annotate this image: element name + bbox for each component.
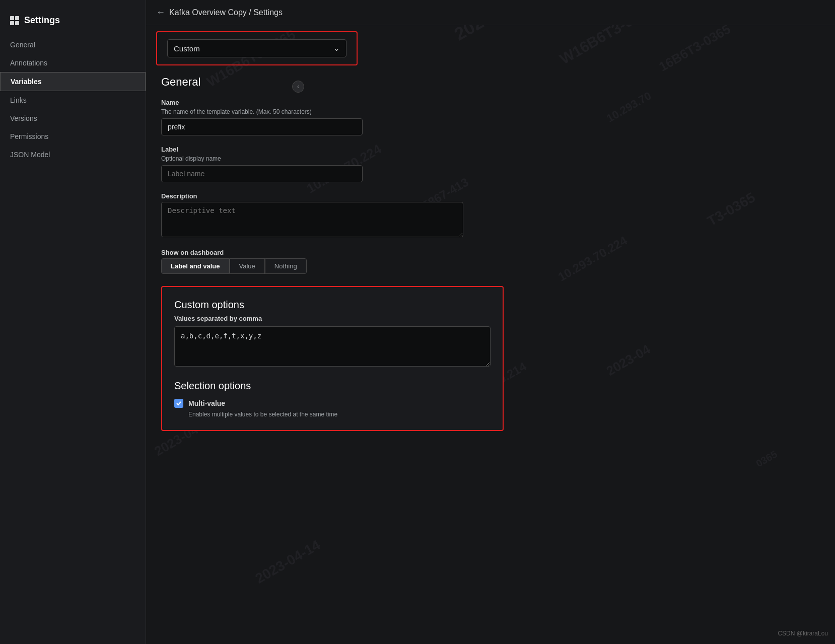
sidebar-item-versions[interactable]: Versions <box>0 109 146 127</box>
header-bar: ← Kafka Overview Copy / Settings <box>146 0 835 25</box>
chevron-down-icon: ⌄ <box>333 44 340 53</box>
show-on-dashboard-toggle-group: Label and value Value Nothing <box>161 258 820 274</box>
custom-options-textarea[interactable]: a,b,c,d,e,f,t,x,y,z <box>174 326 491 367</box>
description-field-label: Description <box>161 192 820 200</box>
general-section: General Name The name of the template va… <box>146 65 835 441</box>
multi-value-checkbox[interactable] <box>174 399 183 408</box>
label-field-group: Label Optional display name <box>161 146 820 182</box>
collapse-sidebar-button[interactable]: ‹ <box>292 81 304 93</box>
grid-icon <box>10 16 19 25</box>
show-on-dashboard-label: Show on dashboard <box>161 249 820 256</box>
multi-value-hint: Enables multiple values to be selected a… <box>188 411 491 418</box>
name-input[interactable] <box>161 118 363 135</box>
label-input[interactable] <box>161 165 363 182</box>
show-on-dashboard-group: Show on dashboard Label and value Value … <box>161 249 820 274</box>
general-section-title: General <box>161 76 820 89</box>
toggle-label-and-value[interactable]: Label and value <box>161 258 230 274</box>
sidebar-item-links[interactable]: Links <box>0 91 146 109</box>
toggle-value[interactable]: Value <box>230 258 265 274</box>
chevron-left-icon: ‹ <box>297 83 299 90</box>
type-dropdown[interactable]: Custom ⌄ <box>167 39 346 57</box>
main-content: ← Kafka Overview Copy / Settings Custom … <box>146 0 835 644</box>
toggle-nothing[interactable]: Nothing <box>265 258 307 274</box>
sidebar-item-json-model[interactable]: JSON Model <box>0 146 146 164</box>
sidebar-item-annotations[interactable]: Annotations <box>0 54 146 72</box>
custom-options-hint: Values separated by comma <box>174 315 491 322</box>
sidebar: Settings General Annotations Variables L… <box>0 0 146 644</box>
sidebar-item-variables[interactable]: Variables <box>0 72 146 91</box>
breadcrumb: Kafka Overview Copy / Settings <box>169 8 283 17</box>
back-button[interactable]: ← <box>156 7 165 18</box>
name-field-group: Name The name of the template variable. … <box>161 99 820 135</box>
label-field-hint: Optional display name <box>161 155 820 162</box>
type-dropdown-value: Custom <box>174 44 200 53</box>
sidebar-item-permissions[interactable]: Permissions <box>0 127 146 146</box>
type-dropdown-container: Custom ⌄ <box>156 31 358 65</box>
description-textarea[interactable] <box>161 202 463 237</box>
name-field-hint: The name of the template variable. (Max.… <box>161 108 820 115</box>
selection-options-title: Selection options <box>174 380 491 392</box>
sidebar-item-general[interactable]: General <box>0 36 146 54</box>
multi-value-row: Multi-value <box>174 399 491 408</box>
label-field-label: Label <box>161 146 820 153</box>
name-field-label: Name <box>161 99 820 106</box>
sidebar-header: Settings <box>0 10 146 36</box>
multi-value-label: Multi-value <box>188 399 225 407</box>
custom-options-box: Custom options Values separated by comma… <box>161 286 504 431</box>
sidebar-title: Settings <box>24 15 60 26</box>
description-field-group: Description <box>161 192 820 239</box>
csdn-watermark: CSDN @kiraraLou <box>778 630 828 637</box>
custom-options-title: Custom options <box>174 299 491 311</box>
